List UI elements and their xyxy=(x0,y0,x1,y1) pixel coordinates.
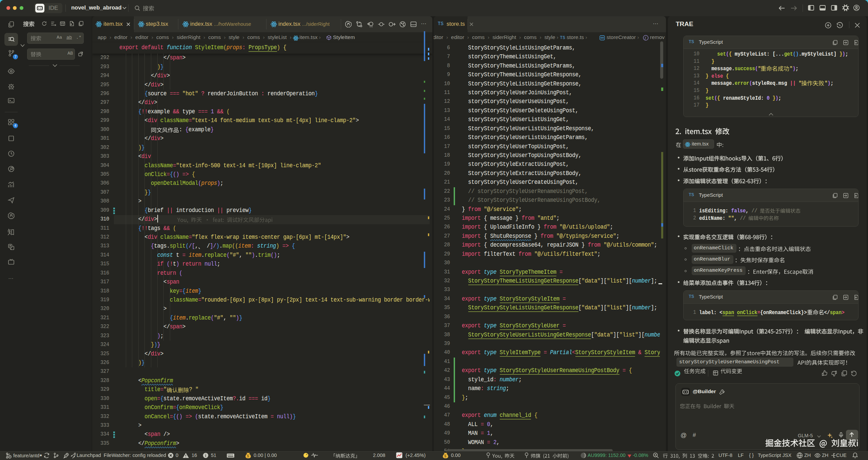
svg-text:f: f xyxy=(645,36,647,40)
svg-text:$: $ xyxy=(445,454,447,458)
svg-text:$: $ xyxy=(247,454,249,458)
